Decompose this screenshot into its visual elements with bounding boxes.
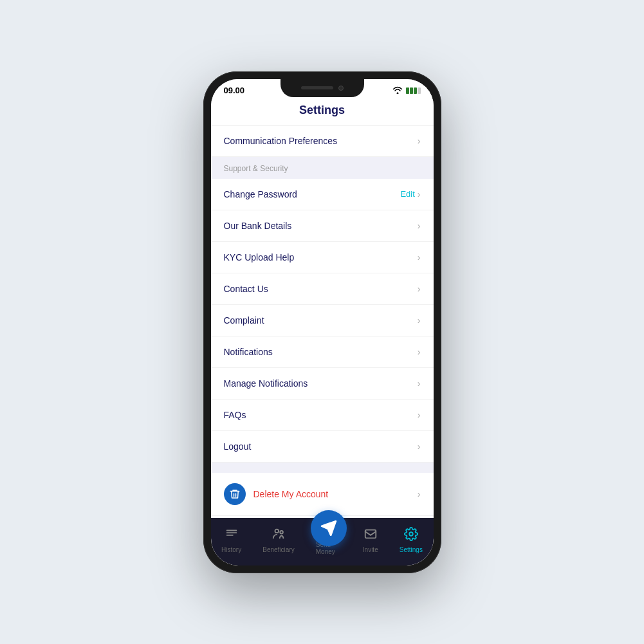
danger-divider <box>211 463 434 473</box>
svg-point-0 <box>275 529 279 533</box>
faqs-right: › <box>418 410 421 420</box>
phone-frame: 09.00 Settings <box>203 71 441 573</box>
nav-beneficiary[interactable]: Beneficiary <box>257 524 299 556</box>
logout-label: Logout <box>224 441 252 452</box>
change-password-label: Change Password <box>224 189 297 199</box>
manage-notifications-label: Manage Notifications <box>224 378 308 389</box>
support-security-divider: Support & Security <box>211 157 434 179</box>
our-bank-details-label: Our Bank Details <box>224 221 292 231</box>
status-time: 09.00 <box>224 86 245 95</box>
chevron-icon: › <box>418 221 421 231</box>
communication-preferences-right: › <box>418 136 421 146</box>
nav-history[interactable]: History <box>216 524 246 556</box>
chevron-icon: › <box>418 189 421 199</box>
kyc-upload-help-label: KYC Upload Help <box>224 252 295 262</box>
chevron-icon: › <box>418 410 421 420</box>
support-security-label: Support & Security <box>224 164 288 173</box>
nav-beneficiary-label: Beneficiary <box>262 546 294 553</box>
manage-notifications-right: › <box>418 378 421 389</box>
faqs-label: FAQs <box>224 410 246 420</box>
contact-us-right: › <box>418 284 421 294</box>
chevron-icon: › <box>418 378 421 389</box>
our-bank-details-right: › <box>418 221 421 231</box>
invite-icon <box>363 527 378 544</box>
battery-icon <box>406 87 421 94</box>
history-icon <box>225 527 239 544</box>
wifi-icon <box>392 86 403 96</box>
delete-account-left: Delete My Account <box>224 483 329 505</box>
manage-notifications-item[interactable]: Manage Notifications › <box>211 368 434 400</box>
nav-history-label: History <box>221 546 241 553</box>
contact-us-item[interactable]: Contact Us › <box>211 273 434 305</box>
svg-rect-2 <box>365 530 376 538</box>
chevron-icon: › <box>418 489 421 499</box>
chevron-icon: › <box>418 252 421 262</box>
send-money-fab[interactable] <box>311 510 347 546</box>
nav-send-money[interactable]: Send Money <box>311 523 347 558</box>
bottom-nav: History Beneficiary <box>211 518 434 566</box>
chevron-icon: › <box>418 136 421 146</box>
chevron-icon: › <box>418 315 421 326</box>
page-title-bar: Settings <box>211 98 434 125</box>
send-icon <box>320 520 337 537</box>
delete-account-right: › <box>418 489 421 499</box>
faqs-item[interactable]: FAQs › <box>211 400 434 431</box>
page-title: Settings <box>299 104 345 116</box>
nav-settings-label: Settings <box>400 546 423 553</box>
status-bar: 09.00 <box>211 79 434 98</box>
phone-screen: 09.00 Settings <box>211 79 434 566</box>
settings-scroll: Communication Preferences › Support & Se… <box>211 125 434 518</box>
chevron-icon: › <box>418 284 421 294</box>
change-password-item[interactable]: Change Password Edit › <box>211 179 434 210</box>
nav-settings[interactable]: Settings <box>394 524 428 556</box>
trash-icon <box>229 488 241 500</box>
change-password-right: Edit › <box>400 189 420 199</box>
complaint-label: Complaint <box>224 315 264 326</box>
contact-us-label: Contact Us <box>224 284 268 294</box>
nav-invite-label: Invite <box>363 546 378 553</box>
complaint-item[interactable]: Complaint › <box>211 305 434 336</box>
svg-point-1 <box>280 531 283 534</box>
edit-label: Edit <box>400 189 414 199</box>
delete-icon-circle <box>224 483 246 505</box>
beneficiary-icon <box>271 527 286 544</box>
delete-account-item[interactable]: Delete My Account › <box>211 473 434 516</box>
speaker <box>301 86 333 89</box>
our-bank-details-item[interactable]: Our Bank Details › <box>211 210 434 242</box>
notifications-label: Notifications <box>224 347 273 357</box>
camera <box>338 86 344 91</box>
chevron-icon: › <box>418 347 421 357</box>
nav-invite[interactable]: Invite <box>358 524 383 556</box>
notifications-item[interactable]: Notifications › <box>211 336 434 368</box>
notifications-right: › <box>418 347 421 357</box>
logout-right: › <box>418 441 421 452</box>
notch <box>281 79 364 97</box>
svg-point-3 <box>409 532 413 536</box>
chevron-icon: › <box>418 441 421 452</box>
logout-item[interactable]: Logout › <box>211 431 434 463</box>
delete-account-label: Delete My Account <box>253 489 329 499</box>
complaint-right: › <box>418 315 421 326</box>
status-icons <box>392 86 421 96</box>
settings-icon <box>404 527 418 544</box>
communication-preferences-label: Communication Preferences <box>224 136 338 146</box>
kyc-upload-help-item[interactable]: KYC Upload Help › <box>211 242 434 273</box>
kyc-upload-help-right: › <box>418 252 421 262</box>
communication-preferences-item[interactable]: Communication Preferences › <box>211 125 434 157</box>
